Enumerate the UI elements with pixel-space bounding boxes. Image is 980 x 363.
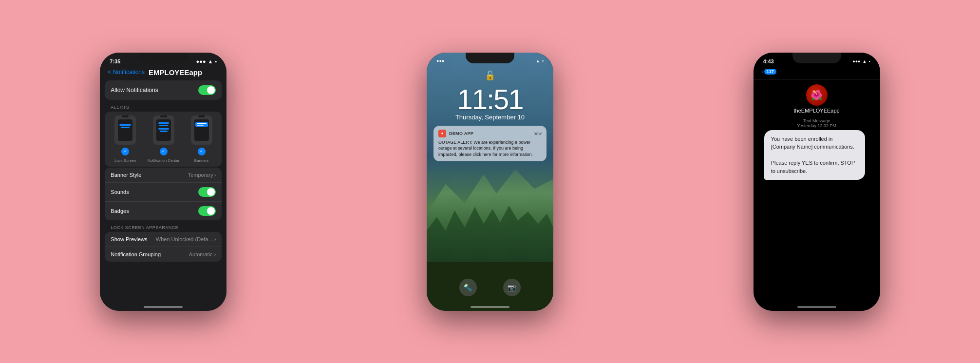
lock-screen-header: LOCK SCREEN APPEARANCE: [105, 221, 222, 232]
flashlight-icon[interactable]: 🔦: [459, 279, 477, 296]
ls-date: Thursday, September 10: [455, 114, 525, 121]
banners-icon-box: [191, 115, 212, 145]
screen-lockscreen: ●●● ▲ ▪ 🔓 11:51 Thursday, September 10 ●…: [427, 53, 553, 311]
alerts-header: ALERTS: [105, 101, 222, 112]
phone-settings: 7:35 ●●● ▲ ▪ < Notifications EMPLOYEEapp…: [100, 53, 226, 311]
home-bar-2: [471, 306, 509, 308]
lock-screen-label: Lock Screen: [114, 158, 136, 163]
show-previews-value: When Unlocked (Defa... ›: [156, 236, 216, 242]
lockscreen-content: ●●● ▲ ▪ 🔓 11:51 Thursday, September 10 ●…: [427, 53, 553, 311]
msg-time: 4:43: [763, 58, 774, 64]
app-icon-dot: ●: [441, 131, 444, 135]
show-previews-row[interactable]: Show Previews When Unlocked (Defa... ›: [105, 232, 222, 247]
notif-center-label: Notification Center: [148, 158, 180, 163]
msg-nav: ‹ 117: [754, 66, 880, 79]
msg-avatar: 🌺: [806, 84, 828, 106]
msg-bubble: You have been enrolled in [Company Name]…: [764, 130, 865, 180]
lock-screen-settings-group: Show Previews When Unlocked (Defa... › N…: [105, 232, 222, 262]
checkmark-lock: ✓: [121, 148, 129, 155]
msg-battery: ▪: [868, 59, 870, 64]
page-title-1: EMPLOYEEapp: [149, 68, 202, 76]
badges-row[interactable]: Badges: [105, 202, 222, 220]
checkmark-banners: ✓: [198, 148, 206, 155]
msg-back-area[interactable]: ‹ 117: [761, 68, 776, 75]
signal-icon: ●●●: [196, 58, 206, 64]
msg-back-arrow[interactable]: ‹: [761, 68, 763, 75]
notification-settings-group: Banner Style Temporary › Sounds Badges: [105, 168, 222, 220]
ls-time: 11:51: [457, 83, 523, 115]
msg-content: You have been enrolled in [Company Name]…: [754, 130, 880, 180]
preview-line: [119, 124, 131, 126]
banners-preview: [194, 119, 209, 141]
alert-option-lock[interactable]: ✓ Lock Screen: [114, 115, 136, 163]
msg-status-icons: ●●● ▲ ▪: [852, 59, 870, 64]
icon-notch: [122, 115, 129, 117]
sounds-label: Sounds: [111, 189, 129, 195]
alert-options-row: ✓ Lock Screen: [105, 112, 222, 167]
notch-1: [139, 53, 188, 63]
ls-right-icons: ▲ ▪: [536, 58, 544, 63]
lockscreen-notification[interactable]: ● DEMO APP now OUTAGE ALERT: We are expe…: [433, 126, 547, 162]
phone-message: 4:43 ●●● ▲ ▪ ‹ 117 🌺 theEMPLOYEEapp Text…: [754, 53, 880, 311]
notif-body: OUTAGE ALERT: We are experiencing a powe…: [438, 139, 542, 158]
avatar-icon: 🌺: [810, 89, 823, 101]
msg-meta: Text Message Yesterday 12:02 PM: [754, 118, 880, 128]
banners-label: Banners: [194, 158, 209, 163]
ls-bottom-bar: 🔦 📷: [427, 279, 553, 296]
allow-notifications-toggle[interactable]: [198, 85, 216, 95]
home-bar-3: [797, 306, 836, 308]
status-icons-1: ●●● ▲ ▪: [196, 58, 217, 64]
msg-wifi: ▲: [863, 59, 867, 64]
preview-line: [158, 128, 169, 130]
back-button-1[interactable]: < Notifications: [108, 69, 145, 76]
msg-body-line1: You have been enrolled in [Company Name]…: [771, 136, 854, 150]
ls-battery: ▪: [542, 58, 544, 63]
preview-line: [160, 131, 168, 132]
preview-line: [121, 127, 130, 128]
battery-icon: ▪: [215, 58, 217, 64]
preview-line: [159, 125, 168, 126]
allow-notifications-label: Allow Notifications: [111, 87, 158, 94]
camera-icon[interactable]: 📷: [503, 279, 521, 296]
settings-content: Allow Notifications ALERTS: [100, 80, 226, 262]
notif-app-name: DEMO APP: [449, 131, 530, 136]
screen-message: 4:43 ●●● ▲ ▪ ‹ 117 🌺 theEMPLOYEEapp Text…: [754, 53, 880, 311]
notif-grouping-value: Automatic ›: [189, 251, 216, 257]
preview-line: [158, 122, 169, 124]
time-1: 7:35: [110, 58, 120, 64]
lock-icon: 🔓: [485, 70, 495, 81]
sounds-toggle[interactable]: [198, 187, 216, 197]
ls-wifi: ▲: [536, 58, 540, 63]
notch-3: [792, 53, 841, 63]
msg-type: Text Message: [754, 118, 880, 123]
banner-style-value: Temporary ›: [188, 172, 216, 178]
badges-toggle[interactable]: [198, 206, 216, 216]
wifi-icon: ▲: [208, 58, 213, 64]
show-previews-label: Show Previews: [111, 236, 147, 242]
sounds-row[interactable]: Sounds: [105, 183, 222, 202]
allow-notifications-row[interactable]: Allow Notifications: [105, 80, 222, 100]
lock-screen-icon-box: [114, 115, 136, 145]
msg-count-badge: 117: [764, 69, 776, 75]
icon-notch-2: [160, 115, 167, 117]
msg-contact-name: theEMPLOYEEapp: [794, 108, 840, 114]
notif-grouping-label: Notification Grouping: [111, 251, 161, 257]
notif-app-icon: ●: [438, 130, 446, 137]
notch-2: [466, 53, 514, 63]
banner-style-label: Banner Style: [111, 172, 141, 178]
notif-header: ● DEMO APP now: [438, 130, 542, 137]
banner-style-row[interactable]: Banner Style Temporary ›: [105, 168, 222, 183]
msg-signal: ●●●: [852, 59, 860, 64]
screen-settings: 7:35 ●●● ▲ ▪ < Notifications EMPLOYEEapp…: [100, 53, 226, 311]
home-bar-1: [144, 306, 183, 308]
msg-time-label: Yesterday 12:02 PM: [754, 123, 880, 128]
phone-lockscreen: ●●● ▲ ▪ 🔓 11:51 Thursday, September 10 ●…: [427, 53, 553, 311]
alert-option-banners[interactable]: ✓ Banners: [191, 115, 212, 163]
notif-time: now: [533, 131, 542, 136]
alert-option-notif-center[interactable]: ✓ Notification Center: [148, 115, 180, 163]
notif-center-icon-box: [153, 115, 174, 145]
notif-center-preview: [156, 119, 171, 141]
lock-screen-preview: [118, 119, 132, 141]
notif-grouping-row[interactable]: Notification Grouping Automatic ›: [105, 247, 222, 262]
nav-bar-1: < Notifications EMPLOYEEapp: [100, 66, 226, 80]
